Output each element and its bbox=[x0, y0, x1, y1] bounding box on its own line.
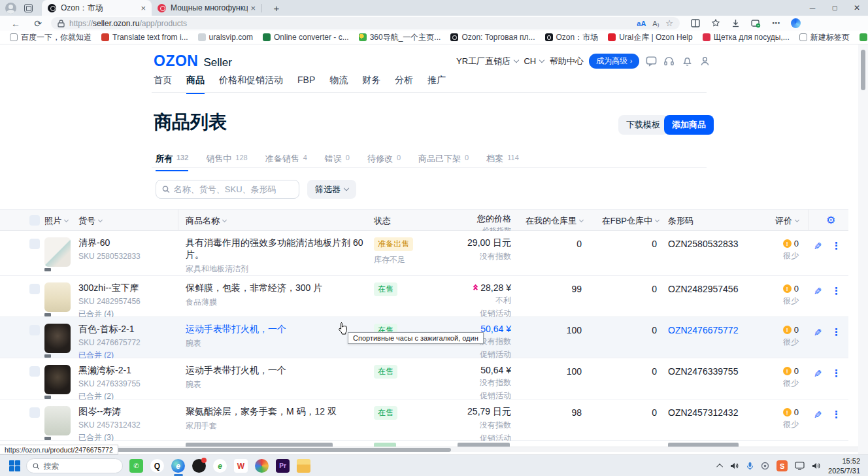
taskbar-search-input[interactable] bbox=[43, 462, 116, 471]
row-checkbox[interactable] bbox=[29, 239, 40, 249]
product-thumbnail[interactable] bbox=[44, 237, 71, 267]
row-menu-button[interactable]: ⋮ bbox=[831, 367, 841, 379]
edit-button[interactable]: ✎ bbox=[814, 409, 822, 421]
nav-analytics[interactable]: 分析 bbox=[395, 75, 413, 94]
bookmark-item[interactable]: uralsvip.com bbox=[198, 33, 253, 42]
premiere-icon[interactable]: Pr bbox=[276, 459, 290, 473]
file-explorer-icon[interactable] bbox=[297, 459, 310, 473]
filter-tab-archive[interactable]: 档案114 bbox=[486, 153, 519, 171]
table-row[interactable]: 黑濑湾标-2-1SKU 2476339755已合并 (2) 运动手表带打火机，一… bbox=[0, 358, 848, 400]
microphone-icon[interactable] bbox=[746, 462, 754, 471]
article-code[interactable]: 百色-首标-2-1 bbox=[78, 324, 176, 335]
bookmark-item[interactable]: Ural企库 | Ozon Help bbox=[608, 32, 692, 43]
taskbar-search[interactable] bbox=[26, 458, 123, 473]
nav-home[interactable]: 首页 bbox=[154, 75, 172, 94]
speaker-icon[interactable] bbox=[730, 462, 739, 470]
filter-tab-all[interactable]: 所有132 bbox=[156, 153, 188, 171]
filter-tab-ready[interactable]: 准备销售4 bbox=[265, 153, 307, 171]
more-menu-icon[interactable]: ⋯ bbox=[772, 18, 780, 28]
download-template-button[interactable]: 下载模板 bbox=[618, 115, 668, 135]
volume-icon[interactable] bbox=[812, 462, 821, 470]
wps-icon[interactable]: W bbox=[234, 459, 248, 473]
row-checkbox[interactable] bbox=[29, 325, 40, 335]
select-all-checkbox[interactable] bbox=[29, 215, 40, 226]
workspaces-icon[interactable] bbox=[24, 4, 33, 12]
product-thumbnail[interactable] bbox=[44, 282, 71, 312]
product-search[interactable] bbox=[156, 180, 299, 199]
copilot-icon[interactable] bbox=[791, 18, 801, 28]
collections-icon[interactable] bbox=[711, 19, 720, 27]
wallet-icon[interactable] bbox=[751, 19, 761, 28]
wechat-icon[interactable]: ✆ bbox=[129, 459, 143, 473]
new-tab-button[interactable]: + bbox=[270, 3, 283, 14]
row-checkbox[interactable] bbox=[29, 284, 40, 294]
table-settings-gear-icon[interactable]: ⚙ bbox=[826, 214, 835, 226]
column-header-article[interactable]: 货号 bbox=[78, 215, 102, 227]
table-row[interactable]: 300zhi--宝下摩SKU 2482957456已合并 (4) 保鲜膜，包装，… bbox=[0, 276, 848, 317]
account-icon[interactable] bbox=[699, 55, 711, 67]
tray-expand-chevron-icon[interactable] bbox=[718, 464, 723, 468]
browser-profile-icon[interactable] bbox=[5, 3, 16, 14]
help-center-link[interactable]: 帮助中心 bbox=[550, 56, 584, 67]
site-info-icon[interactable] bbox=[58, 20, 65, 27]
back-button[interactable]: ← bbox=[9, 18, 22, 29]
product-name[interactable]: 保鲜膜，包装，非常经济，300 片 bbox=[186, 282, 365, 294]
product-name[interactable]: 聚氨酯涂层，家务手套，M 码，12 双 bbox=[186, 406, 365, 418]
taskbar-clock[interactable]: 15:522025/7/31 bbox=[828, 456, 860, 475]
column-header-name[interactable]: 商品名称 bbox=[186, 215, 226, 227]
vertical-scrollbar[interactable] bbox=[858, 44, 868, 454]
filters-button[interactable]: 筛选器 bbox=[307, 180, 356, 199]
article-code[interactable]: 清界-60 bbox=[78, 237, 176, 249]
maximize-button[interactable]: ▢ bbox=[824, 0, 846, 16]
close-button[interactable]: ✕ bbox=[846, 0, 868, 16]
split-screen-icon[interactable] bbox=[691, 19, 700, 27]
bookmark-item[interactable]: 360导航_一个主页... bbox=[359, 32, 441, 43]
bookmark-item[interactable]: 百度一下，你就知道 bbox=[10, 32, 92, 43]
browser-360-icon[interactable] bbox=[255, 459, 269, 473]
cast-display-icon[interactable] bbox=[795, 462, 805, 470]
row-menu-button[interactable]: ⋮ bbox=[831, 240, 841, 252]
qq-icon[interactable]: Q bbox=[150, 459, 164, 473]
article-code[interactable]: 300zhi--宝下摩 bbox=[78, 282, 176, 294]
bookmark-item[interactable]: 爱纯净官网 bbox=[860, 32, 868, 43]
nav-logistics[interactable]: 物流 bbox=[329, 75, 348, 94]
sogou-input-icon[interactable]: S bbox=[776, 460, 788, 471]
read-aloud-icon[interactable]: A) bbox=[652, 20, 659, 27]
row-checkbox[interactable] bbox=[29, 407, 40, 418]
premium-badge-button[interactable]: 成为高级› bbox=[589, 54, 639, 69]
address-bar[interactable]: https://seller.ozon.ru/app/products aA A… bbox=[51, 17, 680, 29]
headset-icon[interactable] bbox=[663, 55, 675, 67]
barcode-link[interactable]: OZN2476675772 bbox=[668, 325, 738, 335]
column-header-fbp[interactable]: 在FBP仓库中 bbox=[595, 215, 659, 227]
product-thumbnail[interactable] bbox=[44, 324, 71, 353]
nav-fbp[interactable]: FBP bbox=[297, 75, 315, 94]
nav-products[interactable]: 商品 bbox=[186, 75, 205, 94]
row-checkbox[interactable] bbox=[29, 366, 40, 377]
edit-button[interactable]: ✎ bbox=[814, 368, 822, 380]
filter-tab-on-sale[interactable]: 销售中128 bbox=[206, 153, 247, 171]
nav-finance[interactable]: 财务 bbox=[362, 75, 380, 94]
tab-close-icon[interactable]: × bbox=[250, 3, 256, 13]
row-menu-button[interactable]: ⋮ bbox=[831, 409, 841, 420]
edge-icon[interactable]: e bbox=[171, 459, 185, 473]
product-thumbnail[interactable] bbox=[44, 406, 71, 435]
nav-prices-promos[interactable]: 价格和促销活动 bbox=[219, 75, 283, 94]
bookmark-item[interactable]: 新建标签页 bbox=[799, 32, 850, 43]
edit-button[interactable]: ✎ bbox=[814, 327, 822, 339]
store-selector[interactable]: YR工厂直销店 bbox=[456, 56, 518, 67]
article-code[interactable]: 图岑--寿涛 bbox=[78, 406, 176, 418]
chat-icon[interactable] bbox=[645, 55, 658, 67]
bookmark-item[interactable]: Щетка для посуды,... bbox=[703, 33, 790, 42]
url-text[interactable]: https://seller.ozon.ru/app/products bbox=[69, 19, 630, 28]
column-header-my-warehouse[interactable]: 在我的仓库里 bbox=[518, 215, 583, 227]
filter-tab-delisted[interactable]: 商品已下架0 bbox=[418, 153, 469, 171]
start-button[interactable] bbox=[9, 460, 20, 471]
translate-icon[interactable]: aA bbox=[637, 20, 646, 27]
notifications-bell-icon[interactable] bbox=[681, 55, 693, 67]
search-input[interactable] bbox=[174, 184, 293, 194]
bookmark-item[interactable]: Ozon：市场 bbox=[545, 32, 599, 43]
bookmark-item[interactable]: Translate text from i... bbox=[101, 33, 188, 42]
tab-ozon-market[interactable]: Ozon：市场 × bbox=[42, 0, 152, 16]
table-row[interactable]: 图岑--寿涛SKU 2457312432已合并 (3) 聚氨酯涂层，家务手套，M… bbox=[0, 400, 848, 441]
horizontal-scrollbar[interactable] bbox=[0, 447, 858, 452]
